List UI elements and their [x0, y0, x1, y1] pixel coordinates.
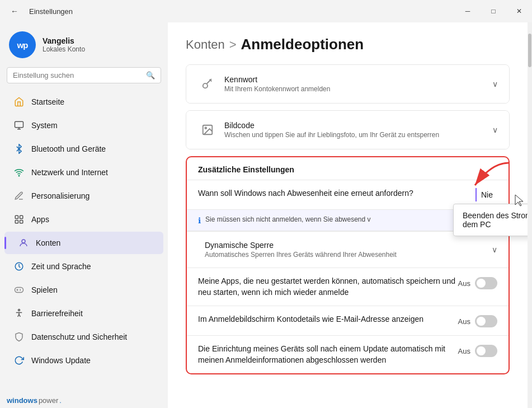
- nav-label-startseite: Startseite: [31, 97, 154, 106]
- toggle-2-switch[interactable]: [475, 315, 497, 327]
- nav-item-netzwerk[interactable]: Netzwerk und Internet: [4, 161, 163, 184]
- nav-datenschutz[interactable]: Datenschutz und Sicherheit: [0, 325, 168, 349]
- toggle-1-switch[interactable]: [475, 277, 497, 289]
- nav-item-zeit[interactable]: Zeit und Sprache: [4, 255, 163, 278]
- kennwort-section: Kennwort Mit Ihrem Kontokennwort anmelde…: [186, 64, 510, 104]
- toggle-3-text: Die Einrichtung meines Geräts soll nach …: [198, 344, 458, 365]
- titlebar: ← Einstellungen ─ □ ✕: [0, 0, 532, 22]
- search-box[interactable]: 🔍: [7, 67, 161, 83]
- toggle-2-text: Im Anmeldebildschirm Kontodetails wie E-…: [198, 314, 458, 325]
- monitor-icon: [13, 120, 25, 131]
- scrollbar-track[interactable]: [528, 22, 532, 408]
- nav-label-apps: Apps: [31, 215, 154, 224]
- scrollbar-thumb[interactable]: [528, 34, 531, 67]
- brand-windows: windows: [7, 396, 37, 405]
- home-icon: [13, 96, 25, 107]
- gamepad-icon: [13, 284, 25, 296]
- bildcode-chevron: ∨: [492, 125, 498, 134]
- nav-konten[interactable]: Konten: [0, 231, 168, 255]
- nav-item-barrierefreiheit[interactable]: Barrierefreiheit: [4, 302, 163, 325]
- info-icon: ℹ: [198, 216, 201, 225]
- nav-label-spielen: Spielen: [31, 285, 154, 294]
- bildcode-row[interactable]: Bildcode Wischen und tippen Sie auf ihr …: [186, 111, 509, 149]
- dropdown-popup: Beenden des Stromsparmodus auf dem PC: [453, 204, 528, 236]
- nav-netzwerk[interactable]: Netzwerk und Internet: [0, 161, 168, 184]
- nav-item-startseite[interactable]: Startseite: [4, 91, 163, 113]
- minimize-button[interactable]: ─: [455, 0, 481, 22]
- nav-item-system[interactable]: System: [4, 114, 163, 137]
- toggle-1-control: Aus: [458, 277, 497, 289]
- breadcrumb-separator: >: [229, 37, 237, 52]
- dropdown-option[interactable]: Beenden des Stromsparmodus auf dem PC: [454, 207, 528, 233]
- toggle-3-control: Aus: [458, 345, 497, 357]
- nav-personalisierung[interactable]: Personalisierung: [0, 184, 168, 208]
- kennwort-title: Kennwort: [224, 75, 492, 84]
- key-icon: [197, 74, 218, 94]
- svg-rect-7: [20, 221, 23, 223]
- kennwort-desc: Mit Ihrem Kontokennwort anmelden: [224, 85, 492, 93]
- nav-startseite[interactable]: Startseite: [0, 90, 168, 114]
- user-name: Vangelis: [43, 36, 85, 45]
- nav-zeit[interactable]: Zeit und Sprache: [0, 255, 168, 278]
- dynamische-sperre-row[interactable]: Dynamische Sperre Automatisches Sperren …: [187, 231, 509, 268]
- info-text: Sie müssen sich nicht anmelden, wenn Sie…: [205, 215, 371, 223]
- svg-point-3: [18, 175, 20, 176]
- nav-item-personalisierung[interactable]: Personalisierung: [4, 185, 163, 207]
- nav-label-personalisierung: Personalisierung: [31, 191, 154, 200]
- maximize-button[interactable]: □: [481, 0, 506, 22]
- nav-label-update: Windows Update: [31, 356, 154, 365]
- toggle-row-2: Im Anmeldebildschirm Kontodetails wie E-…: [187, 306, 509, 336]
- apps-icon: [13, 214, 25, 225]
- bildcode-desc: Wischen und tippen Sie auf ihr Lieblings…: [224, 131, 492, 139]
- back-button[interactable]: ←: [7, 3, 22, 19]
- nav-label-datenschutz: Datenschutz und Sicherheit: [31, 332, 154, 341]
- svg-rect-10: [15, 288, 23, 293]
- nav-bluetooth[interactable]: Bluetooth und Geräte: [0, 137, 168, 161]
- dropdown-row: Wann soll Windows nach Abwesenheit eine …: [187, 180, 509, 210]
- breadcrumb-current: Anmeldeoptionen: [241, 36, 364, 53]
- bildcode-content: Bildcode Wischen und tippen Sie auf ihr …: [218, 121, 492, 139]
- nav-item-update[interactable]: Windows Update: [4, 349, 163, 372]
- nav-item-apps[interactable]: Apps: [4, 208, 163, 231]
- nav-spielen[interactable]: Spielen: [0, 278, 168, 302]
- brush-icon: [13, 190, 25, 201]
- svg-point-12: [203, 83, 208, 88]
- svg-point-14: [205, 127, 206, 129]
- clock-icon: [13, 261, 25, 272]
- brand-dot: .: [59, 396, 62, 405]
- toggle-3-switch[interactable]: [475, 345, 497, 357]
- main-content: Konten > Anmeldeoptionen Kennwort Mit Ih…: [168, 22, 528, 408]
- nav-update[interactable]: Windows Update: [0, 349, 168, 372]
- dropdown-control[interactable]: Nie: [475, 188, 497, 201]
- svg-rect-6: [15, 221, 18, 223]
- toggle-1-text: Meine Apps, die neu gestartet werden kön…: [198, 276, 458, 298]
- dynamische-sperre-desc: Automatisches Sperren Ihres Geräts währe…: [205, 251, 492, 259]
- nav-item-spielen[interactable]: Spielen: [4, 279, 163, 301]
- search-icon: 🔍: [146, 71, 155, 79]
- nav-label-zeit: Zeit und Sprache: [31, 262, 154, 271]
- nav-item-datenschutz[interactable]: Datenschutz und Sicherheit: [4, 326, 163, 348]
- titlebar-title: Einstellungen: [29, 7, 73, 16]
- kennwort-chevron: ∨: [492, 79, 498, 88]
- nav-system[interactable]: System: [0, 114, 168, 137]
- sidebar: wp Vangelis Lokales Konto 🔍 Startseite: [0, 22, 168, 408]
- avatar: wp: [9, 31, 36, 58]
- user-section: wp Vangelis Lokales Konto: [0, 22, 168, 65]
- nav-item-konten[interactable]: Konten: [4, 232, 163, 254]
- kennwort-row[interactable]: Kennwort Mit Ihrem Kontokennwort anmelde…: [186, 65, 509, 103]
- nav-item-bluetooth[interactable]: Bluetooth und Geräte: [4, 138, 163, 160]
- nav-label-netzwerk: Netzwerk und Internet: [31, 168, 154, 177]
- close-button[interactable]: ✕: [506, 0, 532, 22]
- search-input[interactable]: [13, 71, 142, 79]
- nav-apps[interactable]: Apps: [0, 208, 168, 231]
- nav-barrierefreiheit[interactable]: Barrierefreiheit: [0, 302, 168, 325]
- svg-point-11: [18, 309, 20, 311]
- dropdown-content: Wann soll Windows nach Abwesenheit eine …: [198, 188, 467, 199]
- image-icon: [197, 120, 218, 140]
- toggle-2-label: Aus: [458, 317, 470, 326]
- dropdown-question: Wann soll Windows nach Abwesenheit eine …: [198, 188, 467, 199]
- additional-section: Zusätzliche Einstellungen Wann soll Wind…: [186, 156, 510, 374]
- toggle-2-control: Aus: [458, 315, 497, 327]
- nav-label-konten: Konten: [36, 238, 154, 247]
- user-info: Vangelis Lokales Konto: [43, 36, 85, 53]
